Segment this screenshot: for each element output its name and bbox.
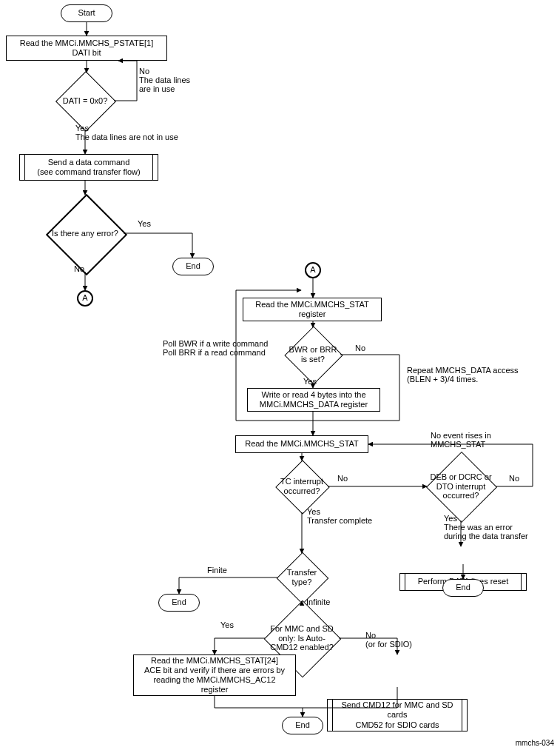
- read-ace-process: Read the MMCi.MMCHS_STAT[24] ACE bit and…: [133, 654, 296, 696]
- repeat-note-label: Repeat MMCHS_DATA access (BLEN + 3)/4 ti…: [407, 366, 519, 384]
- end-terminator-4: End: [282, 717, 323, 734]
- connector-a-bottom: A: [77, 290, 93, 307]
- poll-note-label: Poll BWR if a write command Poll BRR if …: [163, 339, 268, 357]
- tc-interrupt-decision: TC interrupt occurred?: [283, 468, 320, 505]
- end-terminator-1: End: [172, 258, 214, 275]
- tt-infinite-label: Infinite: [306, 597, 330, 606]
- ac-no-label: No (or for SDIO): [365, 631, 412, 649]
- deb-yes-label: Yes There was an error during the data t…: [444, 514, 528, 540]
- end-terminator-2: End: [442, 579, 484, 597]
- dati-no-label: No The data lines are in use: [139, 67, 190, 93]
- figure-id: mmchs-034: [516, 739, 554, 747]
- transfer-type-decision: Transfer type?: [284, 560, 320, 595]
- dati-decision: DATI = 0x0?: [64, 80, 106, 121]
- any-error-decision: Is there any error?: [58, 206, 112, 261]
- bwr-no-label: No: [355, 344, 365, 352]
- read-pstate-process: Read the MMCi.MMCHS_PSTATE[1] DATI bit: [6, 36, 167, 61]
- tc-no-label: No: [337, 474, 348, 483]
- send-cmd12-process: Send CMD12 for MMC and SD cards CMD52 fo…: [327, 699, 468, 731]
- deb-interrupt-decision: DEB or DCRC or DTO interrupt occurred?: [436, 462, 485, 511]
- bwr-brr-decision: BWR or BRR is set?: [293, 335, 333, 375]
- tc-yes-label: Yes Transfer complete: [307, 507, 372, 525]
- send-data-command-process: Send a data command (see command transfe…: [19, 154, 158, 181]
- ac-yes-label: Yes: [220, 620, 234, 629]
- error-no-label: No: [74, 264, 84, 273]
- flowchart-canvas: Start Read the MMCi.MMCHS_PSTATE[1] DATI…: [0, 0, 560, 750]
- error-yes-label: Yes: [138, 219, 151, 228]
- start-terminator: Start: [61, 4, 112, 22]
- rw-4-bytes-process: Write or read 4 bytes into the MMCi.MMCH…: [247, 388, 380, 412]
- read-stat2-process: Read the MMCi.MMCHS_STAT: [235, 435, 368, 453]
- read-stat1-process: Read the MMCi.MMCHS_STAT register: [243, 298, 382, 321]
- tt-finite-label: Finite: [207, 566, 227, 575]
- no-event-label: No event rises in MMCHS_STAT: [431, 431, 491, 449]
- deb-no-label: No: [509, 474, 519, 483]
- end-terminator-3: End: [158, 594, 200, 612]
- dati-yes-label: Yes The data lines are not in use: [75, 124, 178, 141]
- bwr-yes-label: Yes: [303, 377, 317, 386]
- connector-a-top: A: [305, 262, 321, 278]
